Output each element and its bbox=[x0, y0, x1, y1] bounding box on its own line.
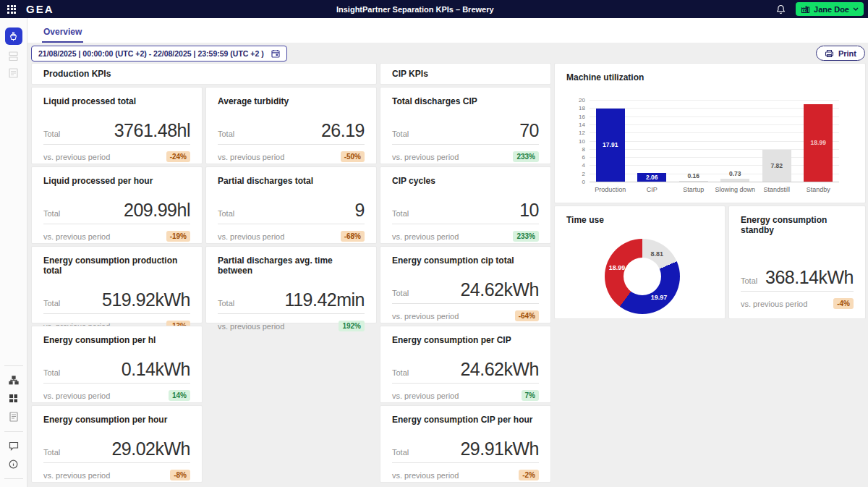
kpi-total-label: Total bbox=[392, 289, 409, 297]
print-button[interactable]: Print bbox=[816, 46, 865, 61]
y-tick-label: 10 bbox=[579, 137, 585, 144]
kpi-total-label: Total bbox=[392, 209, 409, 218]
standby-card-slot: Energy consumption standby Total 368.14k… bbox=[728, 206, 866, 319]
kpi-value: 3761.48hl bbox=[114, 120, 190, 141]
kpi-value: 24.62kWh bbox=[460, 359, 539, 380]
kpi-vs-label: vs. previous period bbox=[218, 322, 284, 331]
kpi-delta-badge: -68% bbox=[341, 231, 365, 242]
kpi-total-label: Total bbox=[43, 209, 60, 218]
separator-app-icon[interactable] bbox=[5, 27, 22, 45]
kpi-value: 368.14kWh bbox=[765, 267, 854, 288]
bar-value-label: 2.06 bbox=[637, 174, 666, 181]
dashboard-thumbnail-icon[interactable] bbox=[8, 51, 20, 62]
kpi-delta-badge: 14% bbox=[169, 390, 190, 401]
kpi-value-row: Total 9 bbox=[218, 200, 365, 224]
sidebar-bottom-group bbox=[0, 360, 27, 484]
report-thumbnail-icon[interactable] bbox=[8, 68, 20, 78]
kpi-vs-label: vs. previous period bbox=[392, 391, 459, 400]
y-tick-label: 4 bbox=[582, 162, 585, 169]
y-tick-label: 14 bbox=[579, 121, 585, 127]
kpi-value: 29.02kWh bbox=[111, 439, 190, 460]
kpi-title: Partial discharges avg. time between bbox=[218, 255, 365, 276]
kpi-vs-row: vs. previous period -8% bbox=[43, 470, 190, 480]
kpi-total-label: Total bbox=[43, 130, 60, 138]
kpi-value: 26.19 bbox=[321, 120, 365, 141]
x-category-label: Slowing down bbox=[715, 186, 757, 193]
left-sidebar bbox=[0, 18, 27, 487]
bar-value-label: 17.91 bbox=[596, 141, 625, 148]
dashboard-grid-icon[interactable] bbox=[9, 394, 18, 403]
kpi-value-row: Total 119.42min bbox=[218, 289, 365, 314]
tab-overview[interactable]: Overview bbox=[42, 27, 83, 43]
kpi-vs-label: vs. previous period bbox=[43, 153, 110, 161]
kpi-vs-label: vs. previous period bbox=[741, 300, 807, 308]
y-tick-label: 16 bbox=[579, 113, 585, 119]
donut-slice-label: 8.81 bbox=[650, 250, 663, 258]
kpi-title: Energy consumption cip total bbox=[392, 255, 539, 266]
y-tick-label: 6 bbox=[582, 154, 585, 161]
kpi-title: Energy consumption per hl bbox=[43, 335, 190, 345]
kpi-value: 9 bbox=[355, 200, 365, 221]
kpi-card: Liquid processed per hour Total 209.99hl… bbox=[31, 166, 203, 244]
kpi-card: Partial discharges avg. time between Tot… bbox=[205, 246, 377, 323]
kpi-total-label: Total bbox=[218, 209, 234, 218]
calendar-icon bbox=[271, 49, 280, 58]
date-range-picker[interactable]: 21/08/2025 | 00:00:00 (UTC +2) - 22/08/2… bbox=[31, 46, 287, 62]
section-cip-kpis: CIP KPIs bbox=[380, 63, 551, 85]
kpi-delta-badge: 233% bbox=[513, 231, 539, 242]
bar-value-label: 7.82 bbox=[762, 162, 791, 169]
kpi-delta-badge: 233% bbox=[513, 151, 539, 162]
kpi-delta-badge: -8% bbox=[170, 470, 190, 480]
workflow-icon[interactable] bbox=[9, 376, 19, 385]
donut-hole bbox=[624, 258, 661, 295]
notifications-bell-icon[interactable] bbox=[776, 4, 786, 14]
kpi-value-row: Total 0.14kWh bbox=[43, 359, 190, 384]
kpi-vs-label: vs. previous period bbox=[218, 232, 284, 241]
kpi-card: Average turbidity Total 26.19 vs. previo… bbox=[205, 87, 377, 164]
kpi-value-row: Total 209.99hl bbox=[43, 200, 190, 224]
date-range-text: 21/08/2025 | 00:00:00 (UTC +2) - 22/08/2… bbox=[38, 49, 264, 58]
kpi-vs-row: vs. previous period -24% bbox=[43, 151, 190, 162]
kpi-title: Liquid processed per hour bbox=[43, 176, 190, 186]
print-label: Print bbox=[838, 49, 856, 58]
kpi-value: 209.99hl bbox=[124, 200, 190, 221]
section-title: Production KPIs bbox=[43, 69, 111, 79]
chat-feedback-icon[interactable] bbox=[9, 441, 19, 451]
divider bbox=[4, 478, 23, 479]
user-menu-button[interactable]: Jane Doe bbox=[796, 2, 864, 16]
document-icon[interactable] bbox=[9, 412, 18, 422]
kpi-vs-label: vs. previous period bbox=[43, 232, 110, 241]
apps-grid-icon[interactable] bbox=[7, 5, 16, 14]
kpi-value-row: Total 3761.48hl bbox=[43, 120, 190, 145]
kpi-delta-badge: 192% bbox=[339, 321, 365, 331]
kpi-value-row: Total 24.62kWh bbox=[392, 279, 539, 304]
printer-icon bbox=[825, 49, 834, 58]
kpi-title: Total discharges CIP bbox=[392, 96, 539, 106]
kpi-delta-badge: -64% bbox=[515, 310, 539, 321]
user-name: Jane Doe bbox=[814, 5, 849, 14]
kpi-value: 24.62kWh bbox=[460, 279, 539, 300]
chart-title: Machine utilization bbox=[555, 64, 865, 82]
kpi-card: CIP cycles Total 10 vs. previous period … bbox=[380, 166, 551, 244]
content-area: 21/08/2025 | 00:00:00 (UTC +2) - 22/08/2… bbox=[27, 43, 868, 487]
kpi-vs-row: vs. previous period -64% bbox=[392, 310, 539, 321]
donut-slice-label: 19.97 bbox=[651, 294, 668, 301]
x-category-label: Standstill bbox=[756, 186, 798, 193]
info-icon[interactable] bbox=[9, 460, 18, 469]
kpi-total-label: Total bbox=[392, 368, 409, 377]
kpi-title: CIP cycles bbox=[392, 176, 539, 186]
kpi-vs-label: vs. previous period bbox=[392, 153, 459, 161]
kpi-vs-row: vs. previous period 233% bbox=[392, 151, 539, 162]
kpi-delta-badge: 7% bbox=[522, 390, 539, 401]
bar-startup bbox=[679, 181, 708, 182]
kpi-value-row: Total 368.14kWh bbox=[741, 267, 854, 292]
kpi-card: Energy consumption cip total Total 24.62… bbox=[380, 246, 551, 323]
kpi-delta-badge: -4% bbox=[833, 298, 854, 309]
kpi-delta-badge: -19% bbox=[166, 231, 190, 242]
tab-bar: Overview bbox=[27, 18, 868, 43]
kpi-card: Energy consumption production total Tota… bbox=[31, 246, 203, 323]
kpi-card: Partial discharges total Total 9 vs. pre… bbox=[205, 166, 377, 244]
kpi-vs-row: vs. previous period 14% bbox=[43, 390, 190, 401]
time-use-donut: 8.8119.9718.99 bbox=[605, 239, 680, 314]
y-tick-label: 2 bbox=[582, 170, 585, 177]
